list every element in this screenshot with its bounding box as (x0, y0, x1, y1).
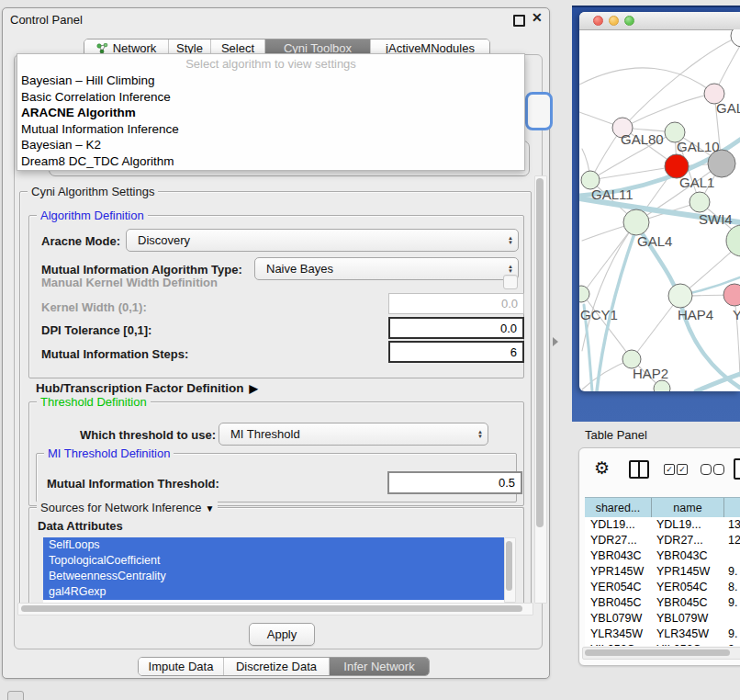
table-cell: YBR045C (651, 595, 723, 611)
unchecked-checkbox-icon[interactable] (701, 464, 712, 475)
mi-steps-label: Mutual Information Steps: (41, 347, 188, 361)
tab-label: Infer Network (343, 660, 414, 673)
window-title: Control Panel (10, 13, 83, 27)
table-cell: 13 (723, 517, 740, 533)
table-row[interactable]: YPR145WYPR145W9. (585, 564, 740, 580)
table-cell: YBR043C (585, 548, 651, 564)
network-edge[interactable] (622, 94, 714, 128)
panel-divider-handle[interactable] (553, 337, 558, 346)
attribute-item[interactable]: SelfLoops (43, 537, 504, 553)
which-threshold-value: MI Threshold (219, 427, 473, 441)
close-icon[interactable]: ✕ (532, 10, 543, 25)
gear-icon[interactable]: ⚙ (594, 457, 610, 479)
network-edge[interactable] (579, 68, 714, 94)
mi-type-label: Mutual Information Algorithm Type: (41, 263, 242, 277)
table-row[interactable]: YDR27...YDR27...12 (585, 533, 740, 548)
network-node[interactable] (654, 380, 670, 391)
tab-label: Impute Data (149, 660, 214, 673)
cyni-mode-tabs: Impute DataDiscretize DataInfer Network (138, 657, 430, 676)
popup-prompt: Select algorithm to view settings (17, 57, 524, 71)
tab-infer-network[interactable]: Infer Network (329, 658, 429, 675)
node-label: GAL4 (637, 233, 672, 249)
mi-threshold-field[interactable]: 0.5 (387, 471, 522, 494)
settings-vertical-scrollbar[interactable] (534, 175, 547, 604)
tab-discretize-data[interactable]: Discretize Data (223, 658, 329, 675)
algorithm-option[interactable]: Dream8 DC_TDC Algorithm (21, 153, 524, 170)
algorithm-option[interactable]: Bayesian – Hill Climbing (21, 73, 524, 89)
node-label: GAL11 (591, 186, 633, 202)
column-header-2[interactable]: name (652, 498, 724, 518)
table-row[interactable]: YDL19...YDL19...13 (585, 517, 740, 533)
node-label: GCY1 (580, 307, 618, 322)
network-canvas[interactable]: GALGAL80GAL10GAL1GAL11SWI4GAL4GCY1HAP4YH… (579, 29, 740, 391)
table-cell: YER054C (585, 580, 651, 595)
network-window-titlebar[interactable] (579, 12, 740, 30)
table-panel-window: ⚙ ✓ ✓ shared...nameA YDL19...YDL19...13Y… (578, 447, 740, 666)
hub-expander[interactable]: Hub/Transcription Factor Definition▶ (36, 381, 258, 395)
network-node-hap4[interactable] (668, 284, 692, 308)
unchecked-checkbox-icon[interactable] (713, 464, 724, 475)
column-header-1[interactable]: shared... (585, 498, 652, 518)
algorithm-option[interactable]: Basic Correlation Inference (21, 89, 524, 106)
corner-widget[interactable] (7, 691, 24, 700)
attribute-item[interactable]: gal4RGexp (43, 584, 504, 600)
zoom-traffic-light-icon[interactable] (624, 16, 634, 26)
mi-threshold-label: Mutual Information Threshold: (47, 477, 219, 491)
apply-button[interactable]: Apply (249, 623, 315, 646)
network-edge[interactable] (582, 222, 636, 351)
table-cell: YLR345W (585, 627, 651, 642)
attributes-scrollbar[interactable] (504, 537, 516, 603)
minimize-traffic-light-icon[interactable] (609, 16, 619, 26)
table-cell: 12 (723, 533, 740, 548)
table-row[interactable]: YLR345WYLR345W9. (585, 627, 740, 642)
table-row[interactable]: YIL052CYIL052C9. (585, 642, 740, 646)
kernel-width-value: 0.0 (501, 297, 518, 310)
network-node-gcy1[interactable] (579, 286, 589, 302)
which-threshold-select[interactable]: MI Threshold ▲▼ (219, 423, 488, 446)
kernel-width-field[interactable]: 0.0 (388, 293, 524, 314)
mi-threshold-value: 0.5 (499, 476, 515, 490)
table-cell: YIL052C (651, 642, 723, 646)
table-horizontal-scrollbar[interactable] (582, 647, 740, 660)
close-traffic-light-icon[interactable] (593, 16, 603, 26)
dpi-tolerance-field[interactable]: 0.0 (388, 317, 524, 339)
tab-impute-data[interactable]: Impute Data (139, 658, 223, 675)
algorithm-option[interactable]: Bayesian – K2 (21, 137, 524, 153)
network-node-swi4[interactable] (690, 192, 710, 212)
attribute-item[interactable]: BetweennessCentrality (43, 569, 504, 584)
network-node[interactable] (726, 225, 740, 256)
network-node[interactable] (731, 29, 740, 47)
float-window-icon[interactable] (513, 15, 525, 27)
network-node-y[interactable] (723, 284, 740, 306)
algorithm-option[interactable]: Mutual Information Inference (21, 121, 524, 138)
which-threshold-label: Which threshold to use: (80, 428, 216, 442)
split-columns-icon[interactable] (629, 460, 649, 479)
table-cell: YPR145W (585, 564, 651, 580)
attribute-item[interactable]: TopologicalCoefficient (43, 553, 504, 569)
data-attributes-list: SelfLoopsTopologicalCoefficientBetweenne… (43, 537, 504, 603)
network-node-gal4[interactable] (623, 209, 649, 235)
column-header-3[interactable]: A (724, 498, 740, 518)
mi-type-select[interactable]: Naive Bayes ▲▼ (254, 257, 519, 280)
settings-horizontal-scrollbar[interactable] (17, 603, 533, 615)
aracne-mode-select[interactable]: Discovery ▲▼ (126, 229, 519, 252)
checked-checkbox-icon[interactable]: ✓ (664, 464, 675, 475)
table-row[interactable]: YBR045CYBR045C9. (585, 595, 740, 611)
table-row[interactable]: YER054CYER054C8. (585, 580, 740, 595)
manual-kernel-checkbox[interactable] (503, 275, 518, 289)
table-row[interactable]: YBL079WYBL079W (585, 611, 740, 627)
sources-title[interactable]: Sources for Network Inference▼ (37, 501, 218, 514)
table-cell: 9. (723, 564, 740, 580)
document-icon[interactable] (734, 458, 740, 480)
group-title: Algorithm Definition (37, 209, 148, 222)
table-row[interactable]: YBR043CYBR043C (585, 548, 740, 564)
algorithm-option[interactable]: ARACNE Algorithm (21, 105, 524, 121)
expand-right-icon: ▶ (250, 382, 258, 395)
table-cell: YBR043C (651, 548, 723, 564)
mi-steps-field[interactable]: 6 (388, 341, 524, 363)
checked-checkbox-icon[interactable]: ✓ (677, 464, 688, 475)
table-cell: 8. (723, 580, 740, 595)
table-rows: YDL19...YDL19...13YDR27...YDR27...12YBR0… (585, 517, 740, 646)
algorithm-list: Bayesian – Hill ClimbingBasic Correlatio… (17, 73, 524, 169)
table-cell: YBL079W (585, 611, 651, 627)
